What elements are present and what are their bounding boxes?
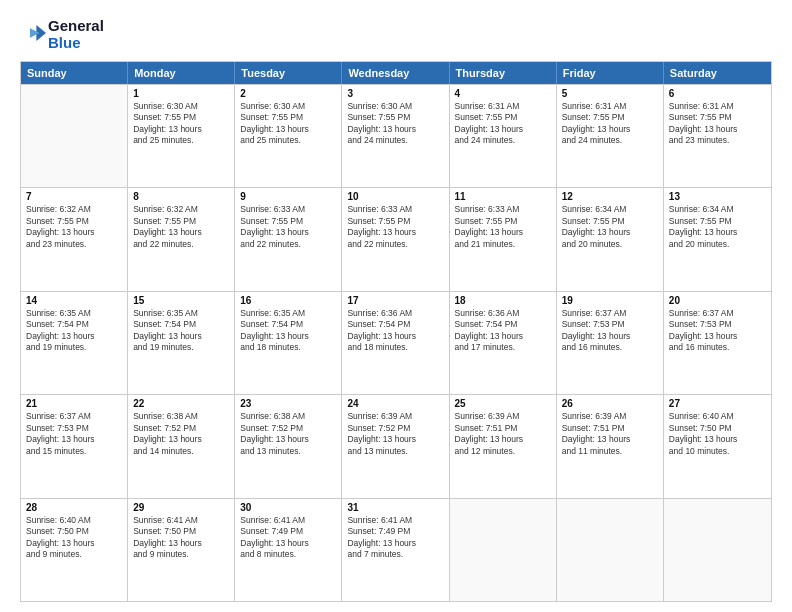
table-row: 3Sunrise: 6:30 AM Sunset: 7:55 PM Daylig… [342,85,449,187]
table-row [664,499,771,601]
day-number: 23 [240,398,336,409]
table-row: 9Sunrise: 6:33 AM Sunset: 7:55 PM Daylig… [235,188,342,290]
table-row: 17Sunrise: 6:36 AM Sunset: 7:54 PM Dayli… [342,292,449,394]
day-number: 21 [26,398,122,409]
day-number: 18 [455,295,551,306]
day-number: 12 [562,191,658,202]
day-number: 4 [455,88,551,99]
day-info: Sunrise: 6:38 AM Sunset: 7:52 PM Dayligh… [133,411,229,457]
day-info: Sunrise: 6:41 AM Sunset: 7:49 PM Dayligh… [240,515,336,561]
calendar-body: 1Sunrise: 6:30 AM Sunset: 7:55 PM Daylig… [21,84,771,601]
day-number: 27 [669,398,766,409]
day-info: Sunrise: 6:30 AM Sunset: 7:55 PM Dayligh… [240,101,336,147]
calendar: SundayMondayTuesdayWednesdayThursdayFrid… [20,61,772,602]
day-number: 14 [26,295,122,306]
header: General Blue [20,18,772,51]
table-row: 22Sunrise: 6:38 AM Sunset: 7:52 PM Dayli… [128,395,235,497]
logo: General Blue [20,18,104,51]
table-row: 18Sunrise: 6:36 AM Sunset: 7:54 PM Dayli… [450,292,557,394]
table-row: 29Sunrise: 6:41 AM Sunset: 7:50 PM Dayli… [128,499,235,601]
table-row: 30Sunrise: 6:41 AM Sunset: 7:49 PM Dayli… [235,499,342,601]
day-info: Sunrise: 6:33 AM Sunset: 7:55 PM Dayligh… [240,204,336,250]
day-info: Sunrise: 6:35 AM Sunset: 7:54 PM Dayligh… [26,308,122,354]
day-info: Sunrise: 6:40 AM Sunset: 7:50 PM Dayligh… [669,411,766,457]
table-row: 6Sunrise: 6:31 AM Sunset: 7:55 PM Daylig… [664,85,771,187]
day-number: 28 [26,502,122,513]
day-info: Sunrise: 6:31 AM Sunset: 7:55 PM Dayligh… [669,101,766,147]
day-info: Sunrise: 6:32 AM Sunset: 7:55 PM Dayligh… [133,204,229,250]
day-info: Sunrise: 6:33 AM Sunset: 7:55 PM Dayligh… [455,204,551,250]
table-row: 21Sunrise: 6:37 AM Sunset: 7:53 PM Dayli… [21,395,128,497]
day-info: Sunrise: 6:35 AM Sunset: 7:54 PM Dayligh… [133,308,229,354]
calendar-header: SundayMondayTuesdayWednesdayThursdayFrid… [21,62,771,84]
day-info: Sunrise: 6:38 AM Sunset: 7:52 PM Dayligh… [240,411,336,457]
col-header-monday: Monday [128,62,235,84]
day-info: Sunrise: 6:30 AM Sunset: 7:55 PM Dayligh… [133,101,229,147]
table-row: 7Sunrise: 6:32 AM Sunset: 7:55 PM Daylig… [21,188,128,290]
day-number: 6 [669,88,766,99]
table-row: 1Sunrise: 6:30 AM Sunset: 7:55 PM Daylig… [128,85,235,187]
day-info: Sunrise: 6:39 AM Sunset: 7:52 PM Dayligh… [347,411,443,457]
day-number: 29 [133,502,229,513]
table-row: 28Sunrise: 6:40 AM Sunset: 7:50 PM Dayli… [21,499,128,601]
day-info: Sunrise: 6:37 AM Sunset: 7:53 PM Dayligh… [669,308,766,354]
day-number: 26 [562,398,658,409]
day-number: 17 [347,295,443,306]
day-info: Sunrise: 6:41 AM Sunset: 7:49 PM Dayligh… [347,515,443,561]
day-number: 20 [669,295,766,306]
col-header-wednesday: Wednesday [342,62,449,84]
day-info: Sunrise: 6:31 AM Sunset: 7:55 PM Dayligh… [562,101,658,147]
day-info: Sunrise: 6:36 AM Sunset: 7:54 PM Dayligh… [455,308,551,354]
table-row: 15Sunrise: 6:35 AM Sunset: 7:54 PM Dayli… [128,292,235,394]
table-row: 23Sunrise: 6:38 AM Sunset: 7:52 PM Dayli… [235,395,342,497]
table-row [557,499,664,601]
col-header-friday: Friday [557,62,664,84]
day-number: 30 [240,502,336,513]
table-row: 25Sunrise: 6:39 AM Sunset: 7:51 PM Dayli… [450,395,557,497]
table-row: 20Sunrise: 6:37 AM Sunset: 7:53 PM Dayli… [664,292,771,394]
day-info: Sunrise: 6:37 AM Sunset: 7:53 PM Dayligh… [26,411,122,457]
logo-line1: General [48,18,104,35]
day-number: 8 [133,191,229,202]
col-header-thursday: Thursday [450,62,557,84]
table-row: 26Sunrise: 6:39 AM Sunset: 7:51 PM Dayli… [557,395,664,497]
table-row: 27Sunrise: 6:40 AM Sunset: 7:50 PM Dayli… [664,395,771,497]
day-number: 2 [240,88,336,99]
day-number: 19 [562,295,658,306]
day-info: Sunrise: 6:32 AM Sunset: 7:55 PM Dayligh… [26,204,122,250]
day-number: 13 [669,191,766,202]
week-row-4: 21Sunrise: 6:37 AM Sunset: 7:53 PM Dayli… [21,394,771,497]
table-row: 16Sunrise: 6:35 AM Sunset: 7:54 PM Dayli… [235,292,342,394]
day-number: 7 [26,191,122,202]
day-number: 11 [455,191,551,202]
day-number: 1 [133,88,229,99]
day-info: Sunrise: 6:33 AM Sunset: 7:55 PM Dayligh… [347,204,443,250]
logo-line2: Blue [48,35,104,52]
table-row: 12Sunrise: 6:34 AM Sunset: 7:55 PM Dayli… [557,188,664,290]
table-row: 13Sunrise: 6:34 AM Sunset: 7:55 PM Dayli… [664,188,771,290]
col-header-sunday: Sunday [21,62,128,84]
table-row: 24Sunrise: 6:39 AM Sunset: 7:52 PM Dayli… [342,395,449,497]
week-row-2: 7Sunrise: 6:32 AM Sunset: 7:55 PM Daylig… [21,187,771,290]
day-number: 31 [347,502,443,513]
day-info: Sunrise: 6:39 AM Sunset: 7:51 PM Dayligh… [455,411,551,457]
day-number: 22 [133,398,229,409]
table-row: 31Sunrise: 6:41 AM Sunset: 7:49 PM Dayli… [342,499,449,601]
day-info: Sunrise: 6:36 AM Sunset: 7:54 PM Dayligh… [347,308,443,354]
table-row: 19Sunrise: 6:37 AM Sunset: 7:53 PM Dayli… [557,292,664,394]
day-info: Sunrise: 6:30 AM Sunset: 7:55 PM Dayligh… [347,101,443,147]
day-number: 5 [562,88,658,99]
table-row: 14Sunrise: 6:35 AM Sunset: 7:54 PM Dayli… [21,292,128,394]
table-row: 8Sunrise: 6:32 AM Sunset: 7:55 PM Daylig… [128,188,235,290]
table-row [21,85,128,187]
table-row: 10Sunrise: 6:33 AM Sunset: 7:55 PM Dayli… [342,188,449,290]
day-info: Sunrise: 6:34 AM Sunset: 7:55 PM Dayligh… [669,204,766,250]
day-number: 24 [347,398,443,409]
day-number: 25 [455,398,551,409]
col-header-saturday: Saturday [664,62,771,84]
day-number: 15 [133,295,229,306]
day-number: 10 [347,191,443,202]
table-row: 4Sunrise: 6:31 AM Sunset: 7:55 PM Daylig… [450,85,557,187]
day-number: 16 [240,295,336,306]
col-header-tuesday: Tuesday [235,62,342,84]
